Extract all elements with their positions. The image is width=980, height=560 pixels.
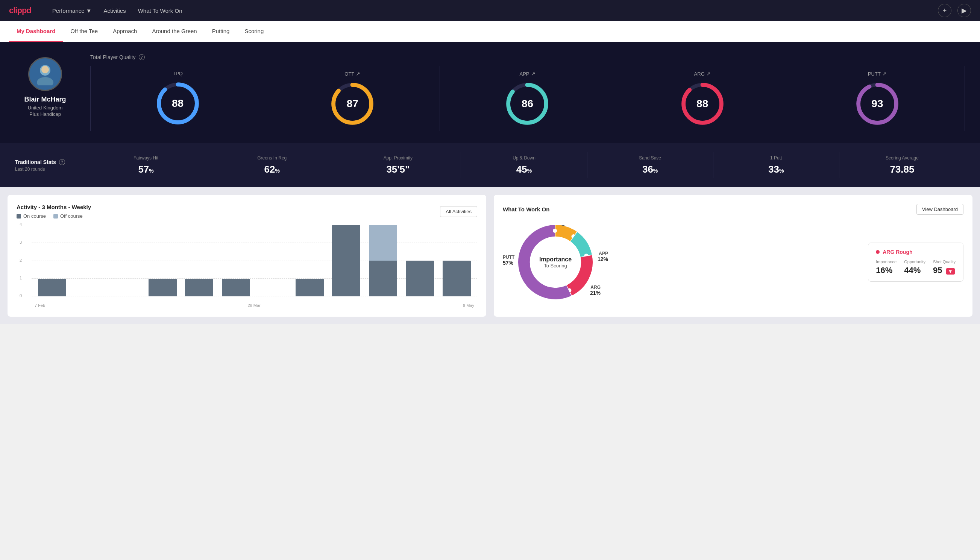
view-dashboard-button[interactable]: View Dashboard: [917, 204, 963, 215]
bar-on-course: [38, 279, 66, 297]
score-label-putt: PUTT ↗: [868, 71, 887, 77]
trad-stat-5: 1 Putt 33%: [713, 152, 839, 178]
bar-group: [255, 225, 291, 297]
score-card-arg: ARG ↗ 88: [615, 66, 790, 131]
top-nav: clippd Performance ▼ Activities What To …: [0, 0, 980, 21]
bar-stack: [439, 261, 474, 297]
bar-stack: [35, 279, 70, 297]
shot-quality-badge: ▼: [946, 268, 955, 275]
nav-activities[interactable]: Activities: [104, 8, 126, 14]
trad-stats-label: Traditional Stats ? Last 20 rounds: [15, 159, 83, 172]
chart-y-label: 0: [20, 293, 22, 298]
legend-item: Off course: [53, 213, 83, 219]
tabs-bar: My Dashboard Off the Tee Approach Around…: [0, 21, 980, 42]
score-card-app: APP ↗ 86: [440, 66, 615, 131]
score-card-putt: PUTT ↗ 93: [790, 66, 965, 131]
bar-on-course: [443, 261, 471, 297]
bar-stack: [218, 279, 254, 297]
bar-group: [329, 225, 364, 297]
score-card-ott: OTT ↗ 87: [265, 66, 440, 131]
trad-stat-2: App. Proximity 35'5": [335, 152, 461, 178]
score-label-arg: ARG ↗: [694, 71, 711, 77]
tab-putting[interactable]: Putting: [205, 21, 237, 42]
score-label-tpq: TPQ: [173, 71, 183, 77]
circle-chart-ott: 87: [330, 81, 375, 127]
donut-label-putt: PUTT 57%: [503, 255, 514, 266]
bar-stack: [403, 261, 438, 297]
avatar: [28, 57, 62, 91]
chart-y-label: 4: [20, 222, 22, 227]
player-name: Blair McHarg: [24, 95, 66, 103]
traditional-stats: Traditional Stats ? Last 20 rounds Fairw…: [0, 143, 980, 187]
activity-chart-area: 43210 7 Feb28 Mar9 May: [17, 225, 477, 308]
score-value-app: 86: [522, 98, 533, 110]
wtwo-title: What To Work On: [503, 206, 549, 212]
bar-on-course: [222, 279, 250, 297]
score-label-app: APP ↗: [519, 71, 535, 77]
user-menu-button[interactable]: ▶: [957, 4, 971, 17]
player-info: Blair McHarg United Kingdom Plus Handica…: [15, 54, 75, 117]
player-country: United Kingdom: [28, 105, 63, 110]
bar-group: [145, 225, 180, 297]
donut-segment-app: [574, 237, 586, 256]
circle-chart-app: 86: [505, 81, 550, 127]
scores-section: Total Player Quality ? TPQ 88 OTT ↗ 87 A…: [90, 54, 965, 131]
score-value-ott: 87: [347, 98, 358, 110]
add-button[interactable]: +: [938, 4, 952, 17]
donut-segment-ott: [556, 230, 574, 236]
tab-off-the-tee[interactable]: Off the Tee: [63, 21, 105, 42]
bar-on-course: [332, 225, 360, 297]
bar-on-course: [369, 261, 397, 297]
score-card-tpq: TPQ 88: [90, 66, 265, 131]
bar-group: [366, 225, 401, 297]
bar-group: [35, 225, 70, 297]
bar-on-course: [148, 279, 177, 297]
tab-around-the-green[interactable]: Around the Green: [145, 21, 204, 42]
bar-stack: [145, 279, 180, 297]
legend-item: On course: [17, 213, 46, 219]
nav-performance[interactable]: Performance ▼: [52, 8, 92, 14]
chart-legend: On courseOff course: [17, 213, 91, 219]
score-value-tpq: 88: [172, 97, 183, 110]
nav-what-to-work-on[interactable]: What To Work On: [138, 8, 182, 14]
bar-stack: [292, 279, 327, 297]
chart-x-label: 9 May: [463, 303, 474, 308]
chart-y-label: 1: [20, 276, 22, 280]
logo: clippd: [9, 6, 31, 15]
trad-stat-6: Scoring Average 73.85: [839, 152, 965, 178]
bar-on-course: [185, 279, 213, 297]
donut-dot: [553, 229, 557, 233]
tab-my-dashboard[interactable]: My Dashboard: [9, 21, 63, 42]
bar-group: [108, 225, 144, 297]
tab-approach[interactable]: Approach: [105, 21, 145, 42]
bar-group: [403, 225, 438, 297]
bar-group: [218, 225, 254, 297]
legend-dot: [53, 214, 58, 218]
trad-stat-1: Greens In Reg 62%: [209, 152, 335, 178]
donut-opportunity: Opportunity 44%: [904, 260, 925, 275]
trad-stat-3: Up & Down 45%: [461, 152, 587, 178]
tab-scoring[interactable]: Scoring: [237, 21, 271, 42]
bar-on-course: [406, 261, 434, 297]
activity-chart-title: Activity - 3 Months - Weekly: [17, 204, 91, 210]
trad-stat-4: Sand Save 36%: [587, 152, 713, 178]
circle-chart-tpq: 88: [155, 81, 200, 126]
donut-info-dot: [876, 250, 880, 254]
donut-chart: Importance To Scoring: [514, 221, 597, 303]
wtwo-card-header: What To Work On View Dashboard: [503, 204, 963, 215]
donut-info-card: ARG Rough Importance 16% Opportunity 44%…: [868, 243, 963, 282]
bar-group: [439, 225, 474, 297]
score-value-arg: 88: [696, 98, 708, 110]
trad-stats-help-icon[interactable]: ?: [59, 159, 65, 165]
donut-info-title: ARG Rough: [876, 249, 955, 255]
donut-shot-quality: Shot Quality 95 ▼: [933, 260, 955, 275]
scores-grid: TPQ 88 OTT ↗ 87 APP ↗ 86 ARG ↗ 88 PUTT ↗…: [90, 66, 965, 131]
all-activities-button[interactable]: All Activities: [440, 206, 477, 217]
chart-x-label: 28 Mar: [248, 303, 260, 308]
bar-stack: [181, 279, 217, 297]
scores-help-icon[interactable]: ?: [139, 54, 145, 60]
circle-chart-putt: 93: [855, 81, 900, 127]
activity-card-header: Activity - 3 Months - Weekly On courseOf…: [17, 204, 477, 219]
scores-title: Total Player Quality ?: [90, 54, 965, 60]
circle-chart-arg: 88: [680, 81, 725, 127]
